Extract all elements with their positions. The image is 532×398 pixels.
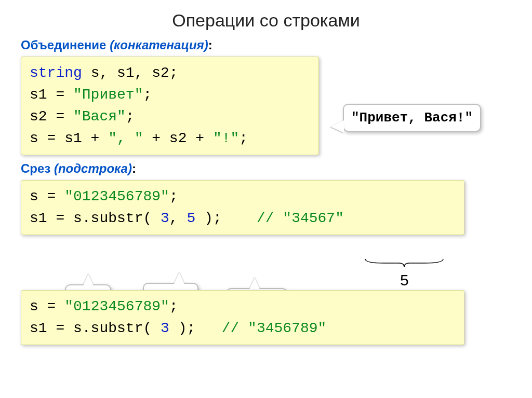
code-text: + s2 + <box>143 130 212 146</box>
section1-colon: : <box>208 38 212 52</box>
string-literal: "Привет" <box>73 87 143 103</box>
code-line-1: string s, s1, s2; <box>30 62 310 84</box>
section2-italic: (подстрока) <box>54 161 132 175</box>
number-literal: 5 <box>187 210 195 226</box>
code-line-2: s1 = s.substr( 3 ); // "3456789" <box>30 318 456 339</box>
code-text: ; <box>126 108 135 125</box>
code-text: s1 = s.substr( <box>30 210 161 226</box>
code-line-2: s1 = "Привет"; <box>30 84 310 106</box>
code-text: ; <box>169 188 178 204</box>
code-text: ; <box>239 130 248 146</box>
code-spacing <box>195 320 221 336</box>
string-literal: ", " <box>108 130 143 146</box>
string-literal: "!" <box>213 130 239 146</box>
callout-tail-icon <box>83 274 94 285</box>
comment: // "3456789" <box>222 320 327 336</box>
code-text: ); <box>195 210 221 226</box>
callout-tail-icon <box>330 120 344 133</box>
section1-bold: Объединение <box>21 38 106 52</box>
code-text: , <box>169 210 187 226</box>
callout-tail-icon <box>249 278 260 289</box>
string-literal: "0123456789" <box>64 188 169 204</box>
section-slice-label: Срез (подстрока): <box>21 161 532 176</box>
code-text: s1 = <box>30 87 73 103</box>
section2-bold: Срез <box>21 161 50 175</box>
code-text: s = <box>30 298 64 314</box>
string-literal: "0123456789" <box>64 298 169 314</box>
code-text: ); <box>169 320 195 336</box>
number-literal: 3 <box>161 320 169 336</box>
code-text: ; <box>143 87 152 103</box>
code-text: s = <box>30 188 64 204</box>
code-text: ; <box>169 298 178 314</box>
brace-count-label: 5 <box>400 271 409 289</box>
number-literal: 3 <box>161 210 169 226</box>
code-block-slice-1: s = "0123456789"; s1 = s.substr( 3, 5 );… <box>21 180 464 235</box>
callout-result: "Привет, Вася!" <box>343 104 481 132</box>
section-concat-label: Объединение (конкатенация): <box>21 38 532 52</box>
section2-colon: : <box>132 161 136 175</box>
comment: // "34567" <box>257 210 344 226</box>
code-line-4: s = s1 + ", " + s2 + "!"; <box>30 128 310 149</box>
section1-italic: (конкатенация) <box>110 38 208 52</box>
code-line-1: s = "0123456789"; <box>30 296 456 318</box>
keyword-string: string <box>30 65 82 81</box>
code-text: s1 = s.substr( <box>30 320 161 336</box>
code-line-1: s = "0123456789"; <box>30 186 456 208</box>
code-text: s, s1, s2; <box>82 65 178 81</box>
callout-tail-icon <box>174 272 184 284</box>
code-line-2: s1 = s.substr( 3, 5 ); // "34567" <box>30 208 456 229</box>
code-block-slice-2: s = "0123456789"; s1 = s.substr( 3 ); //… <box>21 290 464 345</box>
underbrace-icon <box>363 258 446 270</box>
slide-title: Операции со строками <box>0 10 532 31</box>
code-text: s = s1 + <box>30 130 108 146</box>
string-literal: "Вася" <box>73 108 126 125</box>
code-line-3: s2 = "Вася"; <box>30 106 310 128</box>
code-text: s2 = <box>30 108 73 125</box>
code-block-concat: string s, s1, s2; s1 = "Привет"; s2 = "В… <box>21 57 319 155</box>
callout-result-text: "Привет, Вася!" <box>351 110 473 126</box>
code-spacing <box>222 210 257 226</box>
